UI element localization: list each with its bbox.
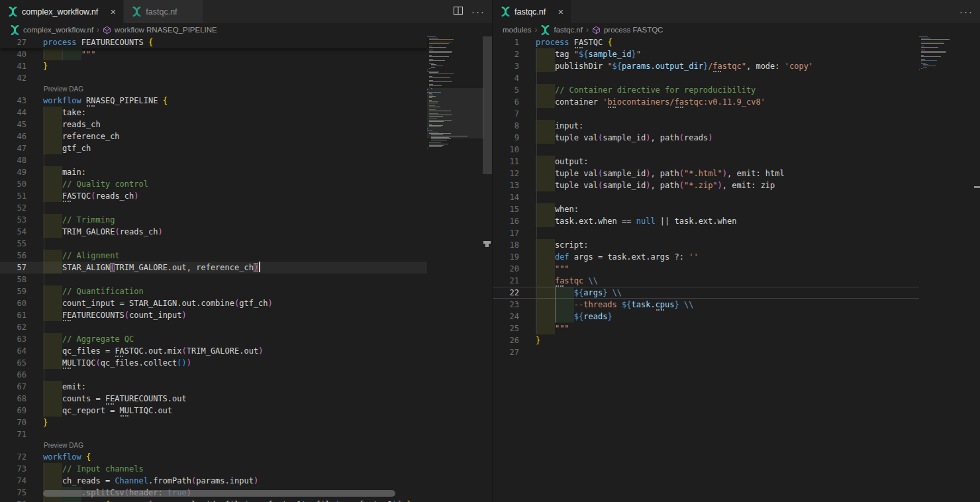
breadcrumb-item[interactable]: workflow RNASEQ_PIPELINE <box>103 26 217 34</box>
line-number: 59 <box>0 285 26 297</box>
minimap-line <box>919 71 965 72</box>
split-editor-icon[interactable] <box>453 5 464 19</box>
horizontal-scrollbar-thumb[interactable] <box>43 490 395 497</box>
code-token: ( <box>124 311 129 320</box>
line-number: 1 <box>493 36 519 48</box>
line-number: 69 <box>0 405 26 417</box>
breadcrumb-item[interactable]: modules <box>503 26 531 34</box>
code-token: input: <box>536 121 583 130</box>
code-token <box>679 300 684 309</box>
minimap-bar <box>429 74 454 74</box>
code-line: 21 fastqc \\ <box>493 275 919 287</box>
line-number: 62 <box>0 321 26 333</box>
nextflow-icon <box>10 25 20 35</box>
code-area-right[interactable]: 1process FASTQC {2 tag "${sample_id}"3 p… <box>493 36 919 358</box>
code-token: RNASEQ_PIPELINE <box>86 95 158 107</box>
code-text: workflow RNASEQ_PIPELINE { <box>43 95 168 107</box>
code-line: 60 count_input = STAR_ALIGN.out.combine(… <box>0 297 427 309</box>
tab-close-icon[interactable]: × <box>108 7 118 17</box>
code-token: gtf_ch <box>239 299 268 308</box>
breadcrumb-separator-icon: › <box>97 25 99 34</box>
line-number: 9 <box>493 132 519 144</box>
code-token: , path <box>650 169 679 178</box>
breadcrumb-item[interactable]: process FASTQC <box>592 26 663 34</box>
line-number: 72 <box>0 451 26 463</box>
codelens-preview-dag[interactable]: Preview DAG <box>0 440 427 451</box>
code-token: ) <box>134 191 138 201</box>
line-number: 40 <box>0 48 26 60</box>
code-token: def <box>555 252 569 262</box>
code-text: // Alignment <box>43 250 120 262</box>
code-token: / <box>669 97 674 107</box>
code-token: // Container directive for reproducibili… <box>555 85 756 95</box>
vertical-scrollbar-thumb[interactable] <box>483 36 492 174</box>
breadcrumb-item[interactable]: fastqc.nf <box>540 25 582 35</box>
code-token <box>43 179 62 189</box>
code-token: ) <box>718 181 722 190</box>
codelens-preview-dag[interactable]: Preview DAG <box>0 84 427 95</box>
code-token: count_input <box>129 311 181 320</box>
code-token: params.input <box>196 476 254 485</box>
minimap-left[interactable] <box>427 36 483 152</box>
code-line: 20 """ <box>493 263 919 275</box>
code-text: count_input = STAR_ALIGN.out.combine(gtf… <box>43 297 273 309</box>
code-text: // Quantification <box>43 285 144 297</box>
code-token: biocontainers <box>607 96 669 108</box>
code-token <box>536 300 574 309</box>
code-text: } <box>536 334 540 346</box>
code-text: // Aggregate QC <box>43 333 134 345</box>
minimap-slider[interactable] <box>427 88 484 138</box>
code-token: task.ext.when == <box>536 217 636 226</box>
code-token <box>43 263 62 272</box>
code-token: :v0.11.9_cv8' <box>703 97 765 107</box>
code-token <box>536 312 574 321</box>
code-line: 64 qc_files = FASTQC.out.mix(TRIM_GALORE… <box>0 345 427 357</box>
sticky-scroll-line[interactable]: 27process FEATURECOUNTS { <box>0 36 427 48</box>
line-number: 8 <box>493 120 519 132</box>
code-token: ) <box>708 133 712 142</box>
more-actions-icon[interactable]: ··· <box>471 6 485 17</box>
code-area-left[interactable]: 40 """41}42Preview DAG43workflow RNASEQ_… <box>0 36 427 502</box>
code-text: MULTIQC(qc_files.collect()) <box>43 357 191 369</box>
code-text: task.ext.when == null || task.ext.when <box>536 215 736 227</box>
indent-guide-icon <box>44 238 44 250</box>
code-line: 19 def args = task.ext.args ?: '' <box>493 251 919 263</box>
indent-guide-icon <box>536 144 537 156</box>
minimap-bar <box>921 39 950 40</box>
code-line: 57 STAR_ALIGN(TRIM_GALORE.out, reference… <box>0 262 427 274</box>
code-line: 68 counts = FEATURECOUNTS.out <box>0 393 427 405</box>
code-line: 56 // Alignment <box>0 250 427 262</box>
code-editor-right[interactable]: 1process FASTQC {2 tag "${sample_id}"3 p… <box>493 36 980 502</box>
tab-complex_workflow.nf[interactable]: complex_workflow.nf× <box>0 0 124 23</box>
minimap-right[interactable] <box>919 36 965 72</box>
tab-fastqc.nf[interactable]: fastqc.nf× <box>124 0 203 23</box>
code-token: ) <box>254 476 258 485</box>
code-token: qc_files = <box>43 346 115 356</box>
tab-close-icon[interactable]: × <box>556 7 565 17</box>
line-number: 74 <box>0 475 26 487</box>
breadcrumb-item[interactable]: complex_workflow.nf <box>10 25 93 35</box>
code-token: , emit: html <box>727 169 785 178</box>
editor-group-divider[interactable] <box>492 0 493 502</box>
code-token: sample_id <box>588 50 631 59</box>
code-token: process <box>43 38 81 47</box>
line-number: 46 <box>0 130 26 142</box>
code-token: ) <box>187 358 191 368</box>
line-number: 18 <box>493 239 519 251</box>
line-number: 12 <box>493 168 519 179</box>
line-number: 42 <box>0 72 26 84</box>
minimap-bar <box>921 43 944 44</box>
minimap-bar <box>429 81 452 82</box>
code-token: '' <box>689 252 698 262</box>
indent-guide-icon <box>536 72 537 84</box>
tab-bar-right: fastqc.nf×··· <box>493 0 980 23</box>
code-token: ) <box>268 299 273 308</box>
code-token <box>43 50 81 59</box>
code-token: reads <box>684 133 708 142</box>
more-actions-icon[interactable]: ··· <box>959 6 973 17</box>
breadcrumb-label: workflow RNASEQ_PIPELINE <box>115 26 217 34</box>
tab-fastqc.nf[interactable]: fastqc.nf× <box>493 0 571 23</box>
code-line: 43workflow RNASEQ_PIPELINE { <box>0 95 427 107</box>
code-editor-left[interactable]: 40 """41}42Preview DAG43workflow RNASEQ_… <box>0 36 492 502</box>
line-number: 45 <box>0 119 26 130</box>
